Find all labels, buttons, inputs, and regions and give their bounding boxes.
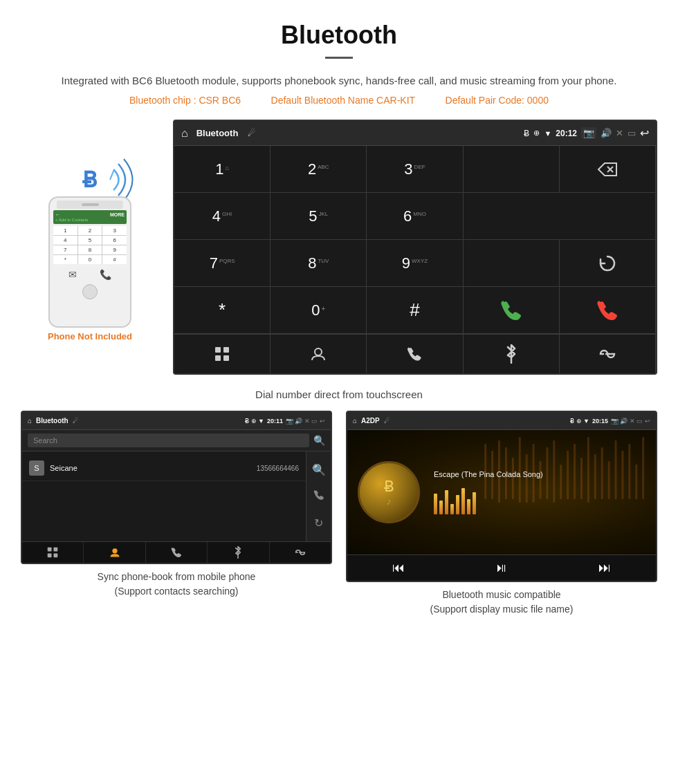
music-card: ⌂ A2DP ☄ Ƀ ⊕ ▼ 20:15 📷 🔊 ✕ ▭ ↩ [346, 411, 657, 617]
window-icon[interactable]: ▭ [627, 128, 636, 138]
grid-nav-button[interactable] [174, 335, 271, 373]
svg-point-6 [315, 348, 322, 355]
volume-icon[interactable]: 🔊 [601, 128, 612, 138]
phonebook-time: 20:11 [267, 418, 283, 424]
camera-icon[interactable]: 📷 [581, 127, 596, 139]
play-pause-button[interactable]: ⏯ [450, 561, 553, 575]
svg-rect-3 [223, 347, 229, 353]
car-display-main: ⌂ Bluetooth ☄ Ƀ ⊕ ▼ 20:12 📷 🔊 ✕ ▭ ↩ [173, 120, 657, 375]
home-icon[interactable]: ⌂ [181, 127, 188, 140]
title-divider [325, 57, 353, 59]
dial-key-6[interactable]: 6 MNO [367, 193, 463, 240]
spec-chip: Bluetooth chip : CSR BC6 [129, 95, 241, 106]
dial-key-star[interactable]: * [174, 287, 271, 334]
svg-rect-11 [54, 553, 58, 557]
dial-key-1[interactable]: 1 ⌂ [174, 146, 271, 193]
eq-bars [434, 487, 645, 514]
svg-rect-5 [223, 355, 229, 361]
phone-device: ← MORE + Add to Contacts 1 2 3 4 5 6 7 8… [48, 196, 131, 328]
backspace-key[interactable] [560, 146, 656, 193]
dialpad-grid: 1 ⌂ 2 ABC 3 DEF [174, 146, 656, 334]
phone-not-included-label: Phone Not Included [48, 331, 132, 342]
back-icon[interactable]: ↩ [640, 127, 649, 140]
status-bar-right: Ƀ ⊕ ▼ 20:12 📷 🔊 ✕ ▭ ↩ [524, 127, 649, 140]
call-icon [500, 299, 522, 321]
usb-icon: ☄ [248, 128, 256, 138]
contact-number: 13566664466 [257, 465, 299, 472]
backspace-icon [597, 162, 618, 177]
svg-rect-8 [48, 548, 52, 552]
header-section: Bluetooth Integrated with BC6 Bluetooth … [0, 0, 678, 120]
bluetooth-nav-icon [505, 344, 517, 364]
music-screen: ⌂ A2DP ☄ Ƀ ⊕ ▼ 20:15 📷 🔊 ✕ ▭ ↩ [346, 411, 657, 582]
phonebook-status-title: Bluetooth [36, 417, 68, 424]
music-controls: ⏮ ⏯ ⏭ [347, 554, 656, 581]
phone-icon [407, 346, 422, 362]
close-icon[interactable]: ✕ [616, 128, 623, 138]
bluetooth-nav-button[interactable] [464, 335, 560, 373]
phonebook-screen: ⌂ Bluetooth ☄ Ƀ ⊕ ▼ 20:11 📷 🔊 ✕ ▭ ↩ Sear… [21, 411, 332, 564]
svg-rect-10 [48, 553, 52, 557]
phonebook-caption: Sync phone-book from mobile phone (Suppo… [21, 570, 332, 599]
spec-code: Default Pair Code: 0000 [446, 95, 549, 106]
specs-line: Bluetooth chip : CSR BC6 Default Bluetoo… [55, 95, 623, 106]
dial-key-2[interactable]: 2 ABC [271, 146, 367, 193]
caption-main: Dial number direct from touchscreen [0, 382, 678, 411]
display-field [464, 146, 560, 193]
pb-contacts-btn[interactable] [84, 542, 145, 563]
bluetooth-symbol-icon: Ƀ [82, 167, 98, 193]
status-screen-title: Bluetooth [196, 128, 239, 138]
main-content: Ƀ ← MORE + Add to Contacts 1 [0, 120, 678, 375]
time-display: 20:12 [556, 129, 577, 138]
bluetooth-status-icon: Ƀ [524, 129, 529, 138]
dial-key-3[interactable]: 3 DEF [367, 146, 463, 193]
dial-key-5[interactable]: 5 JKL [271, 193, 367, 240]
end-call-icon [596, 299, 619, 321]
status-bar-main: ⌂ Bluetooth ☄ Ƀ ⊕ ▼ 20:12 📷 🔊 ✕ ▭ ↩ [174, 121, 656, 146]
contact-name: Seicane [50, 464, 257, 472]
refresh-key[interactable] [560, 240, 656, 287]
side-phone-icon[interactable] [313, 489, 324, 503]
dial-key-8[interactable]: 8 TUV [271, 240, 367, 287]
contacts-nav-button[interactable] [271, 335, 367, 373]
location-icon: ⊕ [533, 129, 540, 138]
status-bar-left: ⌂ Bluetooth ☄ [181, 127, 256, 140]
a2dp-time: 20:15 [592, 418, 608, 424]
signal-icon: ▼ [544, 129, 551, 138]
spec-name: Default Bluetooth Name CAR-KIT [271, 95, 416, 106]
dial-key-hash[interactable]: # [367, 287, 463, 334]
pb-link-btn[interactable] [270, 542, 331, 563]
pb-bt-btn[interactable] [208, 542, 269, 563]
description-text: Integrated with BC6 Bluetooth module, su… [55, 73, 623, 89]
dial-key-9[interactable]: 9 WXYZ [367, 240, 463, 287]
phonebook-card: ⌂ Bluetooth ☄ Ƀ ⊕ ▼ 20:11 📷 🔊 ✕ ▭ ↩ Sear… [21, 411, 332, 617]
side-refresh-icon[interactable]: ↻ [314, 516, 323, 530]
dial-key-0[interactable]: 0 + [271, 287, 367, 334]
empty-cell-2 [464, 240, 560, 287]
bottom-screenshots: ⌂ Bluetooth ☄ Ƀ ⊕ ▼ 20:11 📷 🔊 ✕ ▭ ↩ Sear… [0, 411, 678, 617]
phonebook-search-field[interactable]: Search [28, 433, 309, 447]
end-call-button[interactable] [560, 287, 656, 334]
song-title: Escape (The Pina Colada Song) [434, 470, 645, 478]
person-icon [311, 346, 326, 362]
prev-track-button[interactable]: ⏮ [347, 561, 450, 575]
music-caption: Bluetooth music compatible (Support disp… [346, 588, 657, 617]
link-icon [598, 346, 617, 362]
svg-rect-4 [215, 355, 221, 361]
pb-grid-btn[interactable] [22, 542, 84, 563]
call-button[interactable] [464, 287, 560, 334]
dial-key-4[interactable]: 4 GHI [174, 193, 271, 240]
side-search-icon[interactable]: 🔍 [312, 463, 326, 476]
contact-avatar: S [29, 460, 44, 476]
link-nav-button[interactable] [560, 335, 656, 373]
empty-cell-1 [464, 193, 656, 240]
a2dp-status-title: A2DP [361, 417, 380, 424]
next-track-button[interactable]: ⏭ [553, 561, 656, 575]
dial-key-7[interactable]: 7 PQRS [174, 240, 271, 287]
pb-phone-btn[interactable] [146, 542, 208, 563]
grid-icon [214, 346, 230, 362]
phone-nav-button[interactable] [367, 335, 463, 373]
album-note-icon: ♪ [387, 496, 392, 507]
dialpad-screen: ⌂ Bluetooth ☄ Ƀ ⊕ ▼ 20:12 📷 🔊 ✕ ▭ ↩ [173, 120, 657, 375]
page-title: Bluetooth [55, 21, 623, 50]
